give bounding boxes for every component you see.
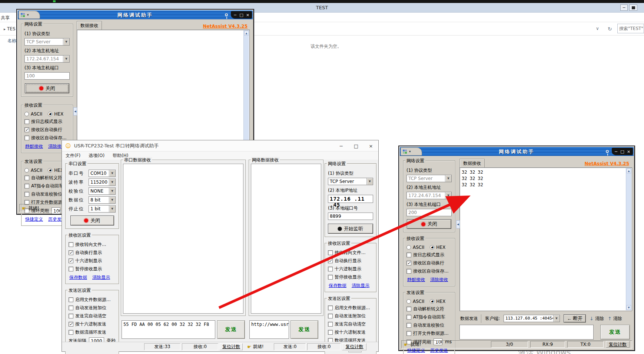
checkbox-auto-wrap[interactable]: ✓自动换行显示 bbox=[69, 250, 116, 256]
send-data-input[interactable] bbox=[459, 325, 594, 340]
minimize-button[interactable]: − bbox=[613, 149, 619, 154]
checkbox-clear-after-send[interactable]: 发送完自动清空 bbox=[69, 313, 116, 319]
protocol-type-select[interactable]: TCP Server ▼ bbox=[406, 175, 452, 182]
radio-ascii[interactable] bbox=[406, 299, 411, 304]
minimize-button[interactable]: − bbox=[334, 140, 349, 151]
network-reset-count-button[interactable]: 复位计数 bbox=[342, 343, 366, 350]
host-address-select[interactable]: 172.24.67.154 ▼ bbox=[406, 192, 452, 199]
parity-select[interactable]: NONE▼ bbox=[89, 187, 116, 195]
radio-hex[interactable]: ● bbox=[430, 299, 434, 304]
radio-hex[interactable]: ● bbox=[48, 168, 52, 173]
stop-bits-select[interactable]: 1 bit▼ bbox=[89, 205, 116, 213]
baud-rate-select[interactable]: 115200▼ bbox=[89, 178, 116, 186]
usr-titlebar[interactable]: ☺ USR-TCP232-Test 串口转网络调试助手 bbox=[62, 140, 378, 151]
checkbox-hex-display[interactable]: ✓十六进制显示 bbox=[69, 258, 116, 264]
close-button[interactable]: × bbox=[245, 13, 251, 17]
netassist-brand-link[interactable]: NetAssist V4.3.25 bbox=[585, 161, 629, 166]
pin-icon[interactable] bbox=[225, 13, 228, 16]
checkbox-recv-to-file[interactable]: 接收转向文件... bbox=[69, 241, 116, 248]
client-select[interactable]: 113.127.60.45 :40454 ▼ bbox=[504, 315, 560, 322]
clear-display-link[interactable]: 清除显示 bbox=[352, 283, 369, 289]
checkbox-send-as-hex[interactable]: ✓按十六进制发送 bbox=[69, 321, 116, 327]
checkbox-auto-wrap[interactable]: ✓自动换行显示 bbox=[328, 258, 373, 264]
radio-ascii[interactable] bbox=[406, 245, 411, 250]
breadcrumb[interactable]: ▸TES bbox=[4, 26, 16, 31]
collapse-panel-icon[interactable]: ◀ bbox=[456, 220, 460, 228]
scroll-up-icon[interactable]: ▲ bbox=[627, 168, 631, 173]
silent-receive-link[interactable]: 静默接收 bbox=[25, 143, 43, 150]
checkbox-auto-wrap[interactable]: ✓接收区自动换行 bbox=[406, 260, 452, 266]
network-receive-box[interactable] bbox=[251, 164, 321, 314]
radio-hex[interactable]: ● bbox=[48, 112, 52, 116]
explorer-minimize-button[interactable]: − bbox=[620, 4, 628, 11]
clear-send-button[interactable]: ↑ 清除 bbox=[608, 315, 622, 322]
scroll-up-icon[interactable]: ▲ bbox=[244, 31, 249, 36]
radio-hex[interactable]: ● bbox=[430, 245, 434, 250]
radio-ascii[interactable] bbox=[24, 112, 29, 116]
data-receive-box[interactable]: 32 32 32 32 32 32 32 32 32 ▲ ▼ bbox=[459, 167, 632, 311]
receive-tab[interactable]: 数据接收 bbox=[77, 21, 102, 30]
checkbox-send-as-hex[interactable]: 按十六进制发送 bbox=[328, 329, 373, 335]
protocol-type-select[interactable]: TCP Server ▼ bbox=[328, 178, 373, 185]
host-port-input[interactable]: 200 bbox=[406, 209, 452, 216]
network-send-button[interactable]: 发送 bbox=[291, 320, 318, 339]
netassist-right-titlebar[interactable]: ▾ 网络调试助手 − □ × bbox=[400, 147, 634, 156]
checkbox-loop-send[interactable]: 数据流循环发送 bbox=[69, 329, 116, 335]
checkbox-clear-after-send[interactable]: 发送完自动清空 bbox=[328, 321, 373, 327]
radio-ascii[interactable] bbox=[24, 168, 29, 173]
netassist-left-titlebar[interactable]: ▾ 网络调试助手 − □ × bbox=[18, 10, 253, 19]
maximize-button[interactable]: □ bbox=[349, 140, 364, 151]
save-data-link[interactable]: 保存数据 bbox=[69, 274, 87, 281]
disconnect-button[interactable]: ← 断开 bbox=[564, 314, 586, 323]
silent-receive-link[interactable]: 静默接收 bbox=[407, 277, 425, 283]
pin-icon[interactable] bbox=[606, 150, 609, 153]
search-input[interactable]: 搜索"TEST" bbox=[617, 24, 644, 33]
scroll-down-icon[interactable]: ▼ bbox=[627, 305, 631, 310]
send-button[interactable]: 发送 bbox=[600, 325, 630, 340]
shortcut-define-link[interactable]: 快捷定义 bbox=[25, 216, 43, 223]
maximize-button[interactable]: □ bbox=[619, 149, 625, 154]
checkbox-log-mode[interactable]: 按日志模式显示 bbox=[406, 252, 452, 258]
explorer-maximize-button[interactable] bbox=[629, 4, 637, 11]
checkbox-parse-escape[interactable]: 自动解析转义符 bbox=[406, 306, 452, 312]
checkbox-auto-wrap[interactable]: ✓接收区自动换行 bbox=[24, 127, 70, 133]
scrollbar[interactable]: ▲ ▼ bbox=[626, 168, 631, 310]
checkbox-pause-display[interactable]: 暂停接收显示 bbox=[69, 266, 116, 272]
host-port-input[interactable]: 100 bbox=[24, 72, 70, 80]
serial-close-button[interactable]: 关闭 bbox=[70, 216, 114, 226]
reset-count-button[interactable]: 复位计数 bbox=[606, 341, 630, 348]
maximize-button[interactable]: □ bbox=[238, 13, 245, 17]
serial-receive-box[interactable] bbox=[123, 164, 243, 314]
checkbox-auto-append[interactable]: 自动发送附加位 bbox=[328, 313, 373, 319]
com-port-select[interactable]: COM10▼ bbox=[89, 170, 116, 177]
clear-display-link[interactable]: 清除显示 bbox=[92, 274, 110, 281]
local-port-input[interactable]: 8899 bbox=[328, 213, 373, 220]
checkbox-auto-save[interactable]: 接收区自动保存... bbox=[406, 268, 452, 274]
save-data-link[interactable]: 保存数据 bbox=[329, 283, 346, 289]
minimize-button[interactable]: − bbox=[232, 13, 238, 17]
close-button[interactable]: × bbox=[625, 149, 632, 154]
checkbox-recv-to-file[interactable]: 接收转向文件... bbox=[328, 250, 373, 256]
clear-receive-button[interactable]: ↓ 清除 bbox=[590, 315, 604, 322]
ribbon-tab-share[interactable]: 共享 bbox=[1, 15, 10, 21]
breadcrumb-folder[interactable]: TES bbox=[7, 26, 16, 31]
checkbox-file-source[interactable]: 启用文件数据源... bbox=[69, 297, 116, 303]
local-ip-input[interactable]: 172.16 .11 .45 bbox=[328, 195, 373, 203]
collapse-panel-icon[interactable]: ◀ bbox=[73, 107, 77, 116]
serial-send-input[interactable]: 55 FD AA 00 05 62 00 32 32 32 F8 bbox=[122, 320, 215, 339]
close-connection-button[interactable]: 关闭 bbox=[407, 219, 451, 229]
checkbox-file-source[interactable]: 启用文件数据源... bbox=[328, 305, 373, 311]
address-dropdown-icon[interactable]: ∨ bbox=[596, 26, 599, 31]
checkbox-file-source[interactable]: 打开文件数据源... bbox=[406, 330, 452, 337]
serial-send-button[interactable]: 发送 bbox=[217, 320, 245, 339]
column-header-name[interactable]: 名称 bbox=[7, 38, 16, 44]
checkbox-auto-append[interactable]: 自动发送附加位 bbox=[69, 305, 116, 311]
menu-options[interactable]: 选项(O) bbox=[89, 153, 104, 159]
send-tab[interactable]: 数据发送 bbox=[459, 314, 481, 323]
close-connection-button[interactable]: 关闭 bbox=[25, 83, 69, 93]
serial-reset-count-button[interactable]: 复位计数 bbox=[220, 343, 243, 350]
checkbox-at-enter[interactable]: AT指令自动回车 bbox=[406, 314, 452, 320]
data-bits-select[interactable]: 8 bit▼ bbox=[89, 196, 116, 204]
receive-tab[interactable]: 数据接收 bbox=[459, 159, 485, 168]
clear-receive-link[interactable]: 清除接收 bbox=[430, 277, 448, 283]
